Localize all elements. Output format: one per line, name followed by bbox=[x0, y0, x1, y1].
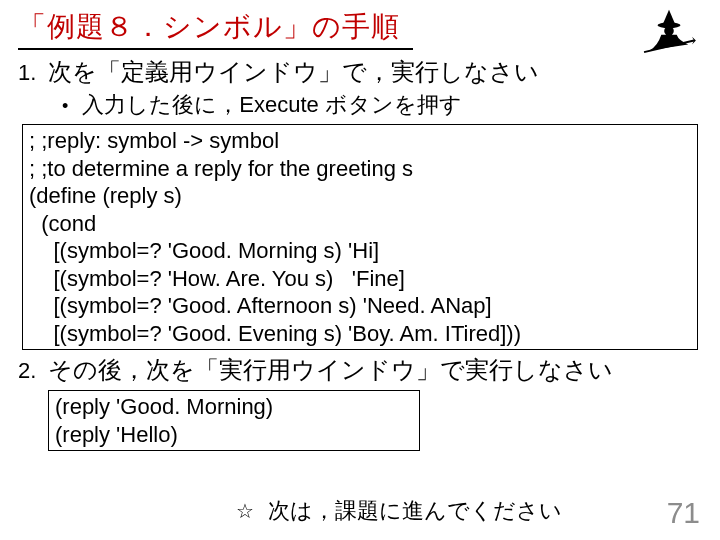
bullet-dot: • bbox=[62, 96, 68, 117]
code-line: (define (reply s) bbox=[29, 182, 691, 210]
svg-point-1 bbox=[664, 26, 674, 36]
step-1-text: 次を「定義用ウインドウ」で，実行しなさい bbox=[48, 56, 539, 88]
code-block-1: ; ;reply: symbol -> symbol ; ;to determi… bbox=[22, 124, 698, 350]
code-line: (reply 'Hello) bbox=[55, 421, 413, 449]
step-1-bullet-text: 入力した後に，Execute ボタンを押す bbox=[82, 90, 462, 120]
code-line: ; ;reply: symbol -> symbol bbox=[29, 127, 691, 155]
witch-icon bbox=[640, 6, 698, 54]
step-1-bullet: • 入力した後に，Execute ボタンを押す bbox=[0, 90, 720, 120]
code-line: [(symbol=? 'Good. Morning s) 'Hi] bbox=[29, 237, 691, 265]
footer-note: ☆ 次は，課題に進んでください bbox=[236, 496, 562, 526]
code-line: (cond bbox=[29, 210, 691, 238]
step-2-number: 2. bbox=[18, 358, 40, 384]
page-title: 「例題８．シンボル」の手順 bbox=[0, 0, 720, 48]
star-icon: ☆ bbox=[236, 499, 254, 523]
step-1: 1. 次を「定義用ウインドウ」で，実行しなさい bbox=[0, 56, 720, 88]
step-1-number: 1. bbox=[18, 60, 40, 86]
step-2-text: その後，次を「実行用ウインドウ」で実行しなさい bbox=[48, 354, 613, 386]
footer-note-text: 次は，課題に進んでください bbox=[268, 496, 562, 526]
code-line: [(symbol=? 'Good. Afternoon s) 'Need. AN… bbox=[29, 292, 691, 320]
step-2: 2. その後，次を「実行用ウインドウ」で実行しなさい bbox=[0, 354, 720, 386]
page-number: 71 bbox=[667, 496, 700, 530]
code-block-2: (reply 'Good. Morning) (reply 'Hello) bbox=[48, 390, 420, 451]
title-underline bbox=[18, 48, 413, 50]
code-line: ; ;to determine a reply for the greeting… bbox=[29, 155, 691, 183]
code-line: (reply 'Good. Morning) bbox=[55, 393, 413, 421]
code-line: [(symbol=? 'Good. Evening s) 'Boy. Am. I… bbox=[29, 320, 691, 348]
code-line: [(symbol=? 'How. Are. You s) 'Fine] bbox=[29, 265, 691, 293]
